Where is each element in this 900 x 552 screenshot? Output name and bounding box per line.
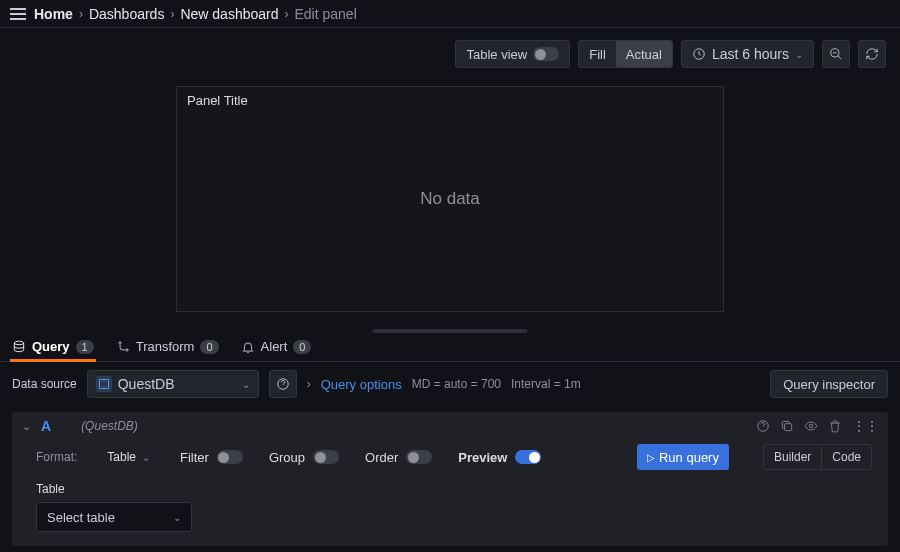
table-select[interactable]: Select table ⌄	[36, 502, 192, 532]
format-select[interactable]: Table ⌄	[103, 448, 154, 466]
chevron-down-icon: ⌄	[142, 452, 150, 463]
tab-query-label: Query	[32, 339, 70, 354]
play-icon: ▷	[647, 452, 655, 463]
chevron-right-icon: ›	[170, 7, 174, 21]
delete-query-button[interactable]	[828, 418, 842, 434]
tab-query-badge: 1	[76, 340, 94, 354]
questdb-icon	[96, 376, 112, 392]
preview-toggle[interactable]	[515, 450, 541, 464]
tab-query[interactable]: Query 1	[12, 332, 94, 361]
collapse-icon[interactable]: ⌄	[22, 420, 31, 433]
chevron-down-icon: ⌄	[173, 512, 181, 523]
chevron-right-icon: ›	[284, 7, 288, 21]
query-md-text: MD = auto = 700	[412, 377, 501, 391]
run-query-button[interactable]: ▷ Run query	[637, 444, 729, 470]
duplicate-query-button[interactable]	[780, 418, 794, 434]
time-range-label: Last 6 hours	[712, 46, 789, 62]
chevron-right-icon: ›	[79, 7, 83, 21]
clock-icon	[692, 47, 706, 61]
table-field-label: Table	[36, 482, 872, 496]
table-select-placeholder: Select table	[47, 510, 115, 525]
tab-transform-badge: 0	[200, 340, 218, 354]
fill-button[interactable]: Fill	[579, 41, 616, 67]
bell-icon	[241, 340, 255, 354]
code-mode-button[interactable]: Code	[822, 445, 871, 469]
zoom-out-icon	[829, 47, 843, 61]
query-interval-text: Interval = 1m	[511, 377, 581, 391]
format-value: Table	[107, 450, 136, 464]
resize-handle[interactable]	[373, 329, 528, 333]
refresh-button[interactable]	[858, 40, 886, 68]
datasource-label: Data source	[12, 377, 77, 391]
drag-handle-icon[interactable]: ⋮⋮	[852, 418, 878, 434]
datasource-picker[interactable]: QuestDB ⌄	[87, 370, 259, 398]
run-query-label: Run query	[659, 450, 719, 465]
order-label: Order	[365, 450, 398, 465]
transform-icon	[116, 340, 130, 354]
query-help-button[interactable]	[756, 418, 770, 434]
filter-label: Filter	[180, 450, 209, 465]
query-row-header: ⌄ A (QuestDB) ⋮⋮	[12, 412, 888, 440]
breadcrumb-dashboards[interactable]: Dashboards	[89, 6, 165, 22]
datasource-name: QuestDB	[118, 376, 175, 392]
group-label: Group	[269, 450, 305, 465]
filter-toggle[interactable]	[217, 450, 243, 464]
query-inspector-button[interactable]: Query inspector	[770, 370, 888, 398]
tab-alert[interactable]: Alert 0	[241, 332, 312, 361]
svg-point-2	[14, 341, 23, 345]
tab-transform[interactable]: Transform 0	[116, 332, 219, 361]
panel-empty-state: No data	[420, 189, 480, 209]
panel-title: Panel Title	[187, 93, 248, 108]
table-view-switch[interactable]	[533, 47, 559, 61]
breadcrumb: Home › Dashboards › New dashboard › Edit…	[34, 6, 357, 22]
actual-button[interactable]: Actual	[616, 41, 672, 67]
database-icon	[12, 340, 26, 354]
panel-preview: Panel Title No data	[176, 86, 724, 312]
zoom-out-button[interactable]	[822, 40, 850, 68]
editor-mode-toggle[interactable]: Builder Code	[763, 444, 872, 470]
group-toggle[interactable]	[313, 450, 339, 464]
breadcrumb-current: Edit panel	[294, 6, 356, 22]
preview-label: Preview	[458, 450, 507, 465]
format-label: Format:	[36, 450, 77, 464]
tab-alert-badge: 0	[293, 340, 311, 354]
tab-alert-label: Alert	[261, 339, 288, 354]
table-view-label: Table view	[466, 47, 527, 62]
svg-rect-5	[785, 424, 792, 431]
tab-transform-label: Transform	[136, 339, 195, 354]
chevron-right-icon: ›	[307, 377, 311, 391]
order-toggle[interactable]	[406, 450, 432, 464]
time-range-picker[interactable]: Last 6 hours ⌄	[681, 40, 814, 68]
menu-icon[interactable]	[10, 4, 26, 24]
fill-actual-toggle[interactable]: Fill Actual	[578, 40, 673, 68]
toggle-visibility-button[interactable]	[804, 418, 818, 434]
query-letter[interactable]: A	[41, 418, 51, 434]
query-options-link[interactable]: Query options	[321, 377, 402, 392]
datasource-help-button[interactable]	[269, 370, 297, 398]
table-view-toggle[interactable]: Table view	[455, 40, 570, 68]
chevron-down-icon: ⌄	[242, 379, 250, 390]
builder-mode-button[interactable]: Builder	[764, 445, 822, 469]
breadcrumb-home[interactable]: Home	[34, 6, 73, 22]
query-subtitle: (QuestDB)	[81, 419, 138, 433]
chevron-down-icon: ⌄	[795, 49, 803, 60]
refresh-icon	[865, 47, 879, 61]
svg-point-6	[809, 424, 813, 428]
question-icon	[276, 377, 290, 391]
breadcrumb-new-dashboard[interactable]: New dashboard	[180, 6, 278, 22]
